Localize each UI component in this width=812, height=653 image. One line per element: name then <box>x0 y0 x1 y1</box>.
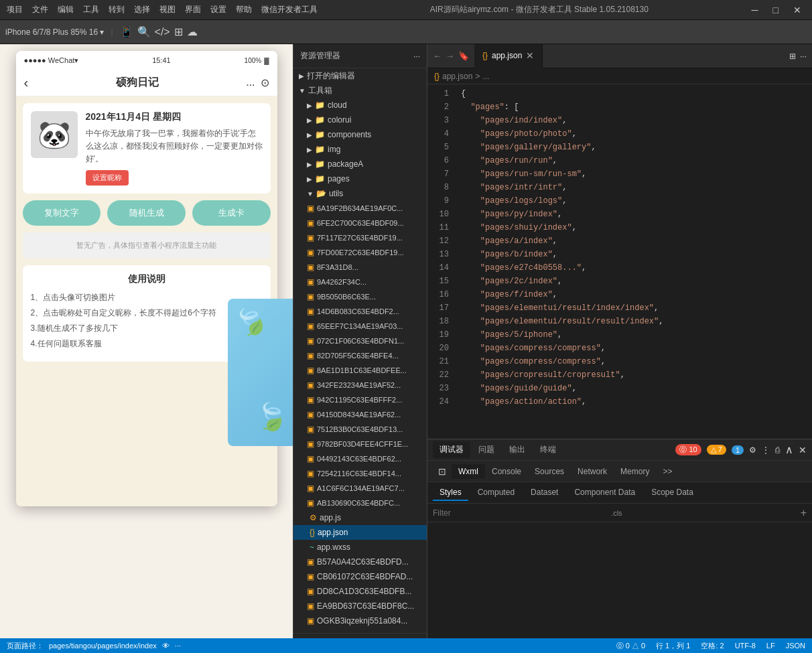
more-icon[interactable]: ⋮ <box>762 445 770 455</box>
file-item[interactable]: ▣ 7F117E27C63E4BDF19... <box>293 230 427 245</box>
file-item[interactable]: ▣ 8F3A31D8... <box>293 260 427 275</box>
window-controls[interactable]: ─ □ ✕ <box>748 5 805 15</box>
add-style-icon[interactable]: + <box>801 507 807 519</box>
panel-tab-console[interactable]: Console <box>485 464 528 479</box>
file-item[interactable]: ▣ 8AE1D1B1C63E4BDFEE... <box>293 363 427 378</box>
folder-cloud[interactable]: ▶ 📁 cloud <box>293 98 427 113</box>
nav-back-icon[interactable]: ← <box>433 51 442 61</box>
menu-goto[interactable]: 转到 <box>109 4 125 15</box>
device-selector[interactable]: iPhone 6/7/8 Plus 85% 16 ▾ <box>5 27 104 37</box>
nav-forward-icon[interactable]: → <box>446 51 454 61</box>
maximize-button[interactable]: □ <box>769 5 783 15</box>
split-icon[interactable]: ⊞ <box>789 52 796 61</box>
file-item[interactable]: ▣ 6A19F2B634AE19AF0C... <box>293 201 427 216</box>
popout-icon[interactable]: ⎙ <box>775 445 780 455</box>
nav-icons[interactable]: ... ⊙ <box>246 76 269 89</box>
panel-tab-more[interactable]: >> <box>656 464 679 479</box>
file-item[interactable]: ▣ 072C1F06C63E4BDFN1... <box>293 334 427 348</box>
folder-components[interactable]: ▶ 📁 components <box>293 127 427 142</box>
avatar[interactable]: 🐼 <box>31 111 78 158</box>
file-item[interactable]: ▣ 65EEF7C134AE19AF03... <box>293 319 427 334</box>
file-item[interactable]: ▣ 04492143C63E4BDF62... <box>293 451 427 466</box>
inspector-tab-computed[interactable]: Computed <box>471 485 521 501</box>
bookmark-icon[interactable]: 🔖 <box>458 51 469 61</box>
random-gen-button[interactable]: 随机生成 <box>107 200 186 226</box>
more-icon[interactable]: ... <box>246 76 255 89</box>
file-B57A[interactable]: ▣ B57A0A42C63E4BDFD... <box>293 555 427 569</box>
file-item[interactable]: ▣ 7FD00E72C63E4BDF19... <box>293 245 427 260</box>
file-item[interactable]: ▣ 342FE23234AE19AF52... <box>293 378 427 392</box>
tab-output[interactable]: 输出 <box>502 441 532 458</box>
inspector-tab-scope[interactable]: Scope Data <box>645 485 700 501</box>
file-OGKB[interactable]: ▣ OGKB3iqzeknj551a084... <box>293 613 427 628</box>
panel-tab-sources[interactable]: Sources <box>528 464 571 479</box>
gear-icon[interactable]: ⚙ <box>749 445 756 455</box>
filter-cls-label[interactable]: .cls <box>611 509 622 517</box>
filter-input[interactable] <box>433 508 611 518</box>
panel-tab-network[interactable]: Network <box>571 464 614 479</box>
toolbox-section[interactable]: ▼ 工具箱 <box>293 83 427 98</box>
grid-icon[interactable]: ⊞ <box>174 25 183 38</box>
open-editors-section[interactable]: ▶ 打开的编辑器 <box>293 68 427 83</box>
folder-colorui[interactable]: ▶ 📁 colorui <box>293 113 427 127</box>
expand-icon[interactable]: ∧ <box>785 443 793 456</box>
code-icon[interactable]: </> <box>155 26 170 38</box>
inspect-icon[interactable]: ⊡ <box>438 466 446 477</box>
tab-appjson[interactable]: {} app.json ✕ <box>474 44 543 68</box>
inspector-tab-component[interactable]: Component Data <box>567 485 642 501</box>
panel-tab-memory[interactable]: Memory <box>614 464 656 479</box>
menu-wechat[interactable]: 微信开发者工具 <box>261 4 318 15</box>
folder-img[interactable]: ▶ 📁 img <box>293 142 427 157</box>
menu-view[interactable]: 视图 <box>159 4 176 15</box>
eye-icon[interactable]: 👁 <box>162 642 170 650</box>
menu-interface[interactable]: 界面 <box>185 4 201 15</box>
file-item[interactable]: ▣ 82D705F5C63E4BFE4... <box>293 348 427 363</box>
upload-icon[interactable]: ☁ <box>187 25 198 38</box>
menu-tool[interactable]: 工具 <box>83 4 99 15</box>
status-more-icon[interactable]: ··· <box>175 642 181 650</box>
explorer-more-icon[interactable]: ··· <box>413 52 420 61</box>
search-icon[interactable]: 🔍 <box>137 25 151 38</box>
file-CB06[interactable]: ▣ CB061072C63E4BDFAD... <box>293 569 427 584</box>
menu-help[interactable]: 帮助 <box>236 4 252 15</box>
file-item[interactable]: ▣ AB130690C63E4BDFC... <box>293 496 427 510</box>
tab-close-icon[interactable]: ✕ <box>526 50 534 61</box>
file-DD8C[interactable]: ▣ DD8CA1D3C63E4BDFB... <box>293 584 427 599</box>
file-item[interactable]: ▣ 7512B3B0C63E4BDF13... <box>293 422 427 437</box>
menu-select[interactable]: 选择 <box>134 4 150 15</box>
menu-project[interactable]: 项目 <box>7 4 23 15</box>
folder-pages[interactable]: ▶ 📁 pages <box>293 171 427 186</box>
menu-bar[interactable]: 项目 文件 编辑 工具 转到 选择 视图 界面 设置 帮助 微信开发者工具 <box>7 4 318 15</box>
close-button[interactable]: ✕ <box>789 5 805 15</box>
copy-text-button[interactable]: 复制文字 <box>23 200 101 226</box>
file-item[interactable]: ▣ 9782BF03D4FEE4CFF1E... <box>293 437 427 451</box>
inspector-tab-styles[interactable]: Styles <box>433 485 468 501</box>
back-button[interactable]: ‹ <box>24 75 29 90</box>
tab-problem[interactable]: 问题 <box>472 441 501 458</box>
file-item[interactable]: ▣ A1C6F6C134AE19AFC7... <box>293 481 427 496</box>
file-item[interactable]: ▣ 6FE2C700C63E4BDF09... <box>293 216 427 230</box>
menu-settings[interactable]: 设置 <box>210 4 226 15</box>
file-EA9B[interactable]: ▣ EA9BD637C63E4BDF8C... <box>293 599 427 613</box>
folder-packageA[interactable]: ▶ 📁 packageA <box>293 157 427 171</box>
setup-nickname-button[interactable]: 设置昵称 <box>86 170 129 186</box>
file-item[interactable]: ▣ 72542116C63E4BDF14... <box>293 466 427 481</box>
panel-tab-wxml[interactable]: Wxml <box>452 464 485 479</box>
menu-file[interactable]: 文件 <box>32 4 48 15</box>
file-item[interactable]: ▣ 942C1195C63E4BFFF2... <box>293 392 427 407</box>
file-item[interactable]: ▣ 9A4262F34C... <box>293 275 427 289</box>
file-appwxss[interactable]: ~ app.wxss <box>293 540 427 555</box>
file-appjs[interactable]: ⚙ app.js <box>293 510 427 525</box>
code-content[interactable]: { "pages": [ "pages/ind/index", "pages/p… <box>454 84 812 439</box>
file-item[interactable]: ▣ 04150D8434AE19AF62... <box>293 407 427 422</box>
inspector-tab-dataset[interactable]: Dataset <box>524 485 565 501</box>
gen-card-button[interactable]: 生成卡 <box>192 200 271 226</box>
close-devtools-icon[interactable]: ✕ <box>799 445 807 455</box>
file-item[interactable]: ▣ 9B5050B6C63E... <box>293 289 427 304</box>
more-tabs-icon[interactable]: ··· <box>800 52 807 61</box>
minimize-button[interactable]: ─ <box>748 5 762 15</box>
tab-terminal[interactable]: 终端 <box>533 441 563 458</box>
folder-utils[interactable]: ▼ 📂 utils <box>293 186 427 201</box>
tab-debugger[interactable]: 调试器 <box>433 441 470 458</box>
file-appjson[interactable]: {} app.json <box>293 525 427 540</box>
